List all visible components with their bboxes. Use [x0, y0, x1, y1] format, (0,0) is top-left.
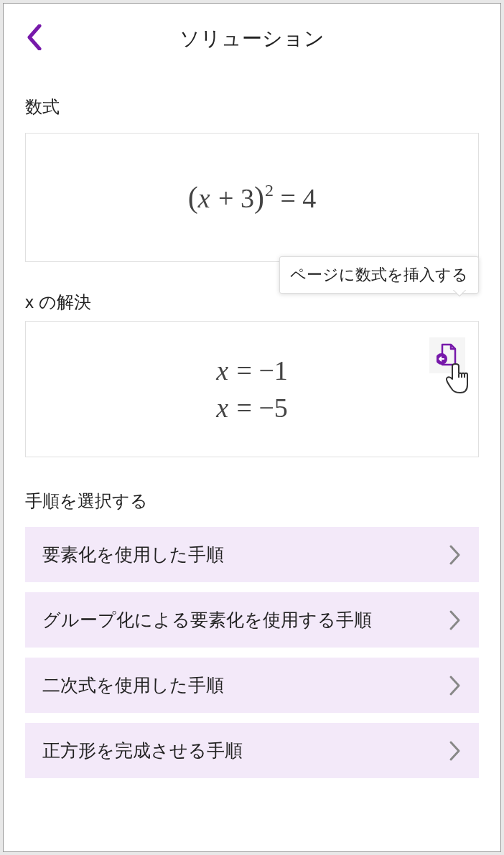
- insert-equation-tooltip: ページに数式を挿入する: [279, 256, 479, 294]
- panel-header: ソリューション: [25, 25, 479, 52]
- step-item-label: 正方形を完成させる手順: [42, 739, 243, 762]
- steps-list: 要素化を使用した手順 グループ化による要素化を使用する手順 二次式を使用した手順…: [25, 527, 479, 778]
- chevron-right-icon: [449, 609, 462, 631]
- back-button[interactable]: [25, 24, 42, 53]
- step-item-complete-square[interactable]: 正方形を完成させる手順: [25, 723, 479, 778]
- math-solution-panel: ソリューション 数式 (x + 3)2 = 4 x の解決 ページに数式を挿入す…: [3, 3, 501, 852]
- step-item-label: グループ化による要素化を使用する手順: [42, 608, 372, 632]
- panel-title: ソリューション: [179, 25, 325, 52]
- chevron-right-icon: [449, 675, 462, 696]
- steps-label: 手順を選択する: [25, 490, 479, 513]
- equation-expression: (x + 3)2 = 4: [188, 180, 317, 215]
- equation-box: (x + 3)2 = 4: [25, 133, 479, 262]
- step-item-label: 二次式を使用した手順: [42, 673, 224, 697]
- equation-label: 数式: [25, 95, 479, 118]
- step-item-label: 要素化を使用した手順: [42, 543, 224, 566]
- solution-2: x = −5: [216, 392, 288, 424]
- solution-1: x = −1: [216, 355, 288, 386]
- insert-page-icon: [437, 343, 458, 368]
- chevron-right-icon: [449, 544, 462, 566]
- chevron-left-icon: [25, 24, 42, 50]
- chevron-right-icon: [449, 740, 462, 762]
- step-item-factoring[interactable]: 要素化を使用した手順: [25, 527, 479, 582]
- step-item-quadratic[interactable]: 二次式を使用した手順: [25, 658, 479, 713]
- insert-equation-button[interactable]: [429, 337, 465, 373]
- solutions-box: x = −1 x = −5: [25, 321, 479, 457]
- solutions-label: x の解決: [25, 291, 91, 314]
- step-item-group-factoring[interactable]: グループ化による要素化を使用する手順: [25, 592, 479, 648]
